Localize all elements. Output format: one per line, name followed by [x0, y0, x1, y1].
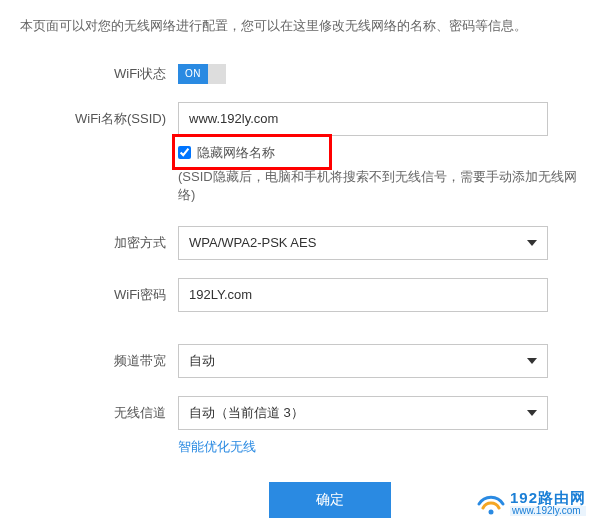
bandwidth-value: 自动 [189, 352, 215, 370]
chevron-down-icon [527, 358, 537, 364]
wifi-settings-form: 本页面可以对您的无线网络进行配置，您可以在这里修改无线网络的名称、密码等信息。 … [0, 0, 600, 526]
label-wifi-status: WiFi状态 [20, 65, 178, 83]
hide-ssid-checkbox[interactable] [178, 146, 191, 159]
label-encryption: 加密方式 [20, 234, 178, 252]
label-hide-ssid: 隐藏网络名称 [197, 144, 275, 162]
optimize-wireless-link[interactable]: 智能优化无线 [178, 439, 256, 454]
row-hide-ssid: 隐藏网络名称 [178, 144, 580, 162]
chevron-down-icon [527, 240, 537, 246]
channel-select[interactable]: 自动（当前信道 3） [178, 396, 548, 430]
row-wifi-ssid: WiFi名称(SSID) [20, 102, 580, 136]
row-optimize-link: 智能优化无线 [178, 438, 580, 456]
chevron-down-icon [527, 410, 537, 416]
hint-ssid-hidden: (SSID隐藏后，电脑和手机将搜索不到无线信号，需要手动添加无线网络) [178, 168, 580, 204]
logo-cn: 192路由网 [510, 490, 586, 506]
label-bandwidth: 频道带宽 [20, 352, 178, 370]
switch-on-label: ON [178, 64, 208, 84]
site-logo: 192路由网 www.192ly.com [476, 490, 586, 516]
row-channel: 无线信道 自动（当前信道 3） [20, 396, 580, 430]
bandwidth-select[interactable]: 自动 [178, 344, 548, 378]
label-wifi-password: WiFi密码 [20, 286, 178, 304]
logo-text: 192路由网 www.192ly.com [510, 490, 586, 516]
row-encryption: 加密方式 WPA/WPA2-PSK AES [20, 226, 580, 260]
ssid-input[interactable] [178, 102, 548, 136]
svg-point-0 [488, 509, 493, 514]
logo-en: www.192ly.com [510, 506, 586, 517]
row-wifi-password: WiFi密码 [20, 278, 580, 312]
channel-value: 自动（当前信道 3） [189, 404, 304, 422]
row-bandwidth: 频道带宽 自动 [20, 344, 580, 378]
submit-button[interactable]: 确定 [269, 482, 391, 518]
label-wifi-ssid: WiFi名称(SSID) [20, 110, 178, 128]
wifi-icon [476, 490, 506, 516]
label-channel: 无线信道 [20, 404, 178, 422]
wifi-password-input[interactable] [178, 278, 548, 312]
wifi-status-toggle[interactable]: ON [178, 64, 226, 84]
encryption-value: WPA/WPA2-PSK AES [189, 235, 316, 250]
encryption-select[interactable]: WPA/WPA2-PSK AES [178, 226, 548, 260]
page-description: 本页面可以对您的无线网络进行配置，您可以在这里修改无线网络的名称、密码等信息。 [20, 16, 580, 36]
row-wifi-status: WiFi状态 ON [20, 64, 580, 84]
